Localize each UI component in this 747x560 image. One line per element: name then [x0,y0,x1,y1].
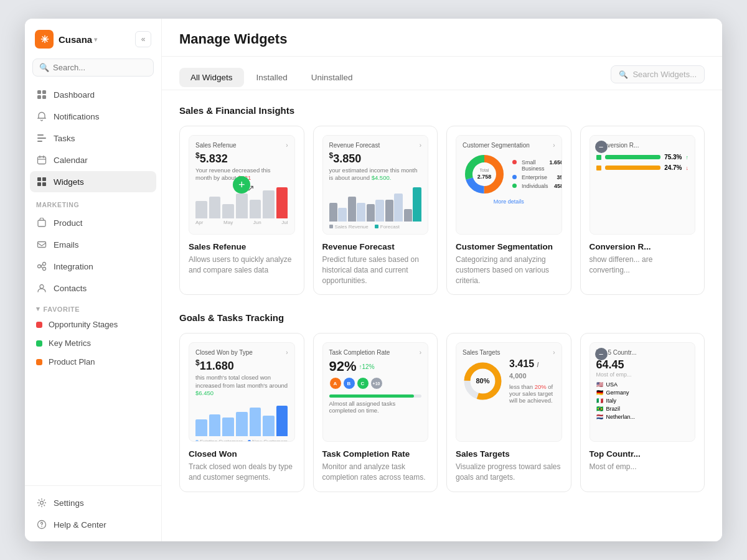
collapse-sidebar-button[interactable]: « [135,31,151,47]
sidebar-item-product-plan[interactable]: Product Plan [30,353,156,371]
widget-search[interactable]: 🔍 Search Widgets... [611,65,705,83]
remove-widget-button[interactable]: − [595,348,608,360]
sidebar-item-label: Settings [54,498,84,508]
svg-rect-13 [38,242,46,248]
sidebar-item-help[interactable]: Help & Center [30,514,156,535]
widget-name: Sales Targets [456,449,562,459]
widget-card-task-completion: Task Completion Rate › 92% ↑12% A B C +1… [313,333,438,492]
sidebar-item-notifications[interactable]: Notifications [30,106,156,127]
widget-card-closed-won: Closed Won by Type › $11.680 this month'… [179,333,304,492]
fav-dot [36,340,42,347]
logo-chevron-icon: ▾ [94,36,97,43]
widget-card-sales-targets: Sales Targets › 80% [446,333,571,492]
widget-preview-task-completion: Task Completion Rate › 92% ↑12% A B C +1… [322,342,429,442]
sidebar-item-settings[interactable]: Settings [30,492,156,513]
sidebar-item-emails[interactable]: Emails [30,234,156,255]
widget-desc: Predict future sales based on historical… [322,254,429,286]
widget-card-conversion: − Conversion R... 75.3% ↑ [580,126,705,295]
sidebar-item-label: Integration [54,262,93,271]
widget-name: Customer Segmentation [456,242,562,251]
widget-desc: Most of emp... [590,462,696,472]
sidebar-item-label: Key Metrics [49,338,91,348]
nav-items: Dashboard Notifications Tasks Calendar [25,84,161,192]
search-input[interactable] [53,63,157,72]
svg-rect-11 [42,182,46,186]
mini-subtext: this month's total closed won increased … [195,374,288,397]
chevron-down-icon: ▾ [36,305,40,313]
more-details-link[interactable]: More details [463,198,555,205]
sidebar-item-label: Calendar [54,156,88,165]
widget-card-revenue-forecast: Revenue Forecast › $3.850 your estimated… [313,126,438,295]
donut-legend: Small Business 1.650 ↑424 Enterprise 350 [512,159,562,189]
widget-preview-sales-refenue: + Sales Refenue › $5.832 Your revenue de… [189,135,295,235]
sidebar-item-key-metrics[interactable]: Key Metrics [30,334,156,352]
settings-icon [36,497,47,508]
svg-point-16 [43,268,46,271]
marketing-nav-items: Product Emails Integration Contacts [25,212,161,299]
rf-bars [329,187,422,222]
tabs: All Widgets Installed Uninstalled [179,68,364,87]
widget-card-top-countries: − Top 5 Countr... 64.45 Most of emp... 🇺… [580,333,705,492]
sidebar-item-label: Contacts [54,284,87,293]
sidebar-item-opportunity-stages[interactable]: Opportunity Stages [30,315,156,334]
widget-name: Revenue Forecast [322,242,429,251]
sidebar: ✳ Cusana ▾ « 🔍 ⌘K Dashboard [25,19,162,541]
sidebar-item-label: Dashboard [54,90,95,100]
section-title-goals: Goals & Tasks Tracking [179,312,705,323]
sidebar-item-calendar[interactable]: Calendar [30,149,156,170]
sidebar-item-label: Opportunity Stages [49,320,118,329]
svg-rect-2 [37,95,41,99]
tab-all-widgets[interactable]: All Widgets [179,68,244,87]
tc-desc: Almost all assigned tasks completed on t… [329,400,422,414]
search-icon: 🔍 [39,63,49,72]
search-box[interactable]: 🔍 ⌘K [32,58,154,77]
email-icon [36,239,47,250]
bell-icon [36,111,47,122]
widget-preview-revenue-forecast: Revenue Forecast › $3.850 your estimated… [322,135,429,235]
svg-rect-1 [42,90,46,94]
widget-preview-sales-targets: Sales Targets › 80% [456,342,562,442]
favorite-section-label[interactable]: ▾ FAVORITE [25,299,161,315]
remove-widget-button[interactable]: − [595,141,608,153]
svg-point-14 [38,265,41,268]
mini-header: Revenue Forecast › [329,142,422,149]
mini-header: Closed Won by Type › [195,349,288,356]
sidebar-item-integration[interactable]: Integration [30,256,156,277]
mini-header: Sales Refenue › [195,142,288,149]
sidebar-item-label: Product Plan [49,357,95,366]
sales-widgets-grid: + Sales Refenue › $5.832 Your revenue de… [179,126,705,295]
svg-rect-10 [37,182,41,186]
sidebar-bottom: Settings Help & Center [25,485,161,541]
mini-amount: $3.850 [329,151,422,166]
st-amount: 3.415 / 4,000 [509,358,555,381]
widget-desc: Categorizing and analyzing customers bas… [456,254,562,286]
widget-preview-customer-seg: Customer Segmentation › [456,135,562,235]
sidebar-item-contacts[interactable]: Contacts [30,278,156,299]
sidebar-item-widgets[interactable]: Widgets [30,171,156,192]
sidebar-item-tasks[interactable]: Tasks [30,128,156,149]
svg-rect-0 [37,90,41,94]
add-widget-button[interactable]: + [233,176,250,194]
tab-uninstalled[interactable]: Uninstalled [300,68,364,87]
sidebar-item-dashboard[interactable]: Dashboard [30,84,156,105]
svg-rect-9 [42,177,46,181]
svg-point-17 [40,285,44,289]
widgets-icon [36,176,47,187]
svg-text:80%: 80% [476,377,489,385]
tc-bar [329,394,422,398]
tab-installed[interactable]: Installed [245,68,299,87]
svg-rect-5 [37,138,46,139]
section-title-sales: Sales & Financial Insights [179,105,705,116]
widget-desc: Visualize progress toward sales goals an… [456,462,562,483]
help-icon [36,519,47,530]
widget-search-text: Search Widgets... [632,70,697,79]
integration-icon [36,261,47,272]
tc-percent: 92% ↑12% [329,358,422,375]
svg-point-20 [41,526,42,527]
widget-desc: Track closed won deals by type and custo… [189,462,295,483]
calendar-icon [36,154,47,166]
sidebar-item-product[interactable]: Product [30,212,156,233]
mini-header: Top 5 Countr... [596,349,689,356]
contacts-icon [36,282,47,294]
logo-area[interactable]: ✳ Cusana ▾ [35,30,97,49]
